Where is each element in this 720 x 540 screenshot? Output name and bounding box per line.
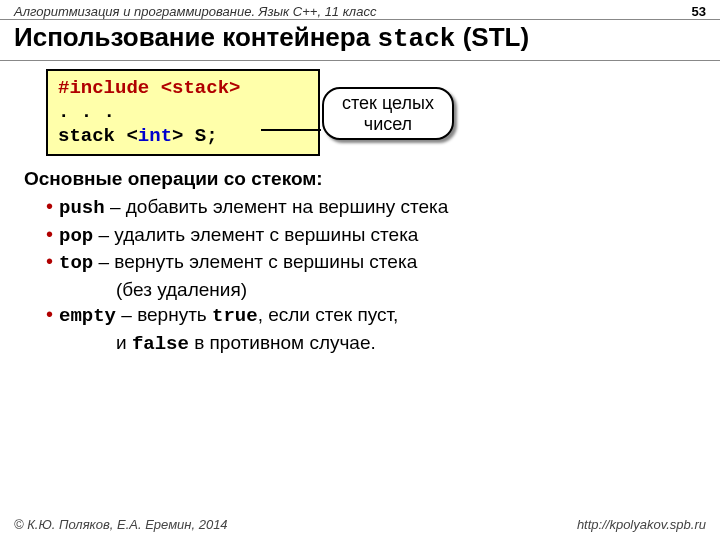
- empty-line2: и false в противном случае.: [24, 330, 706, 358]
- bullet-top: • top – вернуть элемент с вершины стека: [24, 249, 706, 277]
- bullet-dot: •: [46, 302, 53, 330]
- callout-bubble: стек целых чисел: [322, 87, 454, 140]
- top-extra: (без удаления): [24, 277, 706, 303]
- bullet-dot: •: [46, 194, 53, 222]
- slide-title: Использование контейнера stack (STL): [0, 20, 720, 61]
- code-area: #include <stack> . . . stack <int> S; ст…: [46, 69, 476, 156]
- footer-url: http://kpolyakov.spb.ru: [577, 517, 706, 532]
- course-title: Алгоритмизация и программирование. Язык …: [14, 4, 376, 19]
- bullet-push: • push – добавить элемент на вершину сте…: [24, 194, 706, 222]
- slide-header: Алгоритмизация и программирование. Язык …: [0, 0, 720, 20]
- callout-connector: [261, 129, 321, 131]
- page-number: 53: [692, 4, 706, 19]
- content: Основные операции со стеком: • push – до…: [0, 166, 720, 357]
- copyright: © К.Ю. Поляков, Е.А. Еремин, 2014: [14, 517, 228, 532]
- bullet-dot: •: [46, 249, 53, 277]
- bullet-dot: •: [46, 222, 53, 250]
- bullet-pop: • pop – удалить элемент с вершины стека: [24, 222, 706, 250]
- bullet-empty: • empty – вернуть true, если стек пуст,: [24, 302, 706, 330]
- operations-title: Основные операции со стеком:: [24, 166, 706, 192]
- slide-footer: © К.Ю. Поляков, Е.А. Еремин, 2014 http:/…: [0, 517, 720, 532]
- code-box: #include <stack> . . . stack <int> S;: [46, 69, 320, 156]
